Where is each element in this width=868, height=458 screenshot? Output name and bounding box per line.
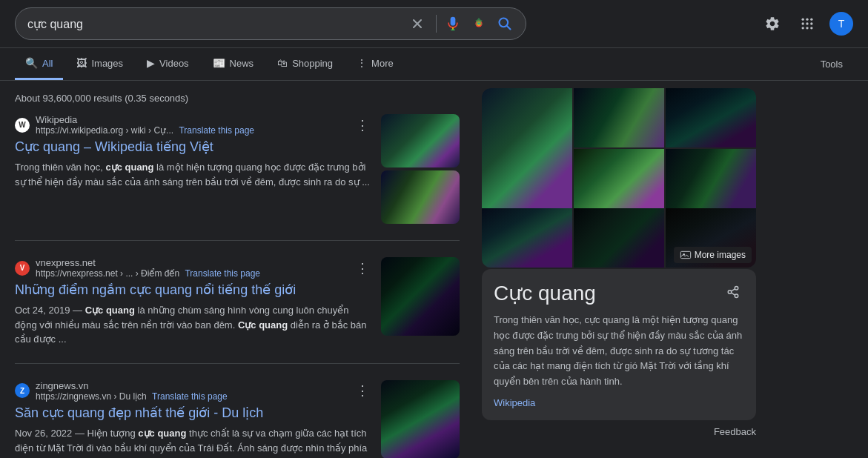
right-panel: More images Cực quang Trong thiên văn [482, 88, 756, 458]
header: cực quang [0, 0, 868, 48]
zing-url: https://zingnews.vn › Du lịch Translate … [36, 391, 228, 402]
kp-title-row: Cực quang [494, 281, 744, 305]
tab-images[interactable]: 🖼 Images [66, 48, 133, 80]
vne-snippet: Oct 24, 2019 — Cực quang là những chùm s… [15, 303, 372, 347]
svg-point-18 [728, 291, 732, 294]
search-button[interactable] [496, 15, 514, 33]
feedback-label[interactable]: Feedback [482, 420, 756, 443]
tab-shopping-label: Shopping [292, 58, 333, 69]
zing-site-name: zingnews.vn [36, 380, 228, 391]
kp-description: Trong thiên văn học, cực quang là một hi… [494, 313, 744, 390]
svg-point-19 [735, 294, 738, 298]
tab-videos-label: Videos [159, 58, 189, 69]
wiki-url-text: https://vi.wikipedia.org › wiki › Cự... [36, 125, 173, 136]
vne-url: https://vnexpress.net › ... › Điểm đến T… [36, 268, 260, 279]
wiki-url: https://vi.wikipedia.org › wiki › Cự... … [36, 125, 254, 136]
svg-point-13 [806, 27, 808, 29]
search-input[interactable]: cực quang [27, 17, 399, 30]
result-more-zing[interactable]: ⋮ [353, 382, 372, 399]
thumb-image-wiki-2 [381, 170, 460, 224]
wiki-translate[interactable]: Translate this page [179, 125, 254, 136]
lens-button[interactable] [469, 14, 488, 33]
tab-images-label: Images [91, 58, 123, 69]
more-images-icon [680, 249, 692, 261]
aurora-grid-img-4 [574, 149, 664, 208]
tab-news[interactable]: 📰 News [202, 48, 265, 80]
svg-point-8 [810, 19, 812, 21]
result-text-wiki: W Wikipedia https://vi.wikipedia.org › w… [15, 114, 372, 224]
result-card-zing: Z zingnews.vn https://zingnews.vn › Du l… [15, 380, 460, 458]
result-site-zing: zingnews.vn https://zingnews.vn › Du lịc… [36, 380, 228, 402]
more-icon: ⋮ [357, 57, 367, 69]
apps-button[interactable] [795, 12, 819, 36]
result-more-vne[interactable]: ⋮ [353, 260, 372, 276]
tab-tools-label: Tools [821, 59, 843, 70]
vne-translate[interactable]: Translate this page [185, 268, 260, 279]
aurora-grid-img-3 [666, 88, 756, 147]
svg-point-14 [810, 27, 812, 29]
zing-url-text: https://zingnews.vn › Du lịch [36, 391, 147, 402]
tab-more-label: More [371, 58, 394, 69]
result-favicon-zing: Z [15, 383, 30, 398]
all-icon: 🔍 [25, 57, 38, 69]
clear-button[interactable] [406, 16, 428, 32]
settings-button[interactable] [760, 11, 785, 36]
wiki-title[interactable]: Cực quang – Wikipedia tiếng Việt [15, 139, 372, 156]
aurora-grid-img-6 [482, 208, 572, 268]
aurora-grid-img-5 [666, 149, 756, 208]
zing-title[interactable]: Săn cực quang đẹp nhất thế giới - Du lịc… [15, 405, 372, 422]
result-text-vne: V vnexpress.net https://vnexpress.net › … [15, 257, 372, 347]
tab-videos[interactable]: ▶ Videos [136, 48, 199, 80]
svg-point-7 [806, 19, 808, 21]
aurora-grid-img-1 [482, 88, 572, 208]
svg-point-17 [735, 287, 738, 291]
kp-title: Cực quang [494, 281, 596, 305]
vne-url-text: https://vnexpress.net › ... › Điểm đến [36, 268, 179, 279]
images-icon: 🖼 [76, 57, 87, 69]
zing-translate[interactable]: Translate this page [152, 391, 228, 402]
result-source-wiki: W Wikipedia https://vi.wikipedia.org › w… [15, 114, 372, 136]
aurora-grid-img-2 [574, 88, 664, 147]
results-count: About 93,600,000 results (0.35 seconds) [15, 88, 460, 114]
tab-news-label: News [230, 58, 254, 69]
videos-icon: ▶ [147, 57, 155, 69]
vne-title[interactable]: Những điểm ngắm cực quang nổi tiếng thế … [15, 282, 372, 299]
user-avatar[interactable]: T [829, 12, 853, 36]
aurora-image-grid [482, 88, 756, 208]
more-images-badge[interactable]: More images [674, 247, 752, 263]
result-thumbnail-zing [381, 380, 460, 458]
kp-share-button[interactable] [722, 281, 744, 305]
svg-point-9 [802, 22, 804, 24]
svg-point-12 [802, 27, 804, 29]
knowledge-panel: Cực quang Trong thiên văn học, cực quang… [482, 269, 756, 420]
zing-snippet: Nov 26, 2022 — Hiện tượng cực quang thực… [15, 426, 372, 458]
result-thumbnail-vne [381, 257, 460, 347]
tab-tools[interactable]: Tools [810, 50, 853, 79]
mic-button[interactable] [444, 15, 462, 33]
wiki-site-name: Wikipedia [36, 114, 254, 125]
thumb-image-wiki-1 [381, 114, 460, 167]
vne-site-name: vnexpress.net [36, 257, 260, 268]
result-source-vne: V vnexpress.net https://vnexpress.net › … [15, 257, 372, 279]
tab-all[interactable]: 🔍 All [15, 48, 63, 80]
news-icon: 📰 [213, 57, 225, 69]
search-divider [436, 15, 437, 33]
result-site-vne: vnexpress.net https://vnexpress.net › ..… [36, 257, 260, 279]
tab-all-label: All [42, 58, 53, 69]
share-icon [726, 285, 740, 299]
aurora-grid-img-7 [574, 208, 664, 268]
search-bar: cực quang [15, 7, 526, 40]
shopping-icon: 🛍 [277, 57, 288, 69]
kp-source[interactable]: Wikipedia [494, 397, 744, 408]
result-favicon-wiki: W [15, 118, 30, 133]
result-text-zing: Z zingnews.vn https://zingnews.vn › Du l… [15, 380, 372, 458]
result-card-vne: V vnexpress.net https://vnexpress.net › … [15, 257, 460, 364]
result-more-wiki[interactable]: ⋮ [353, 117, 372, 133]
svg-point-10 [806, 22, 808, 24]
tab-shopping[interactable]: 🛍 Shopping [267, 48, 343, 80]
left-column: About 93,600,000 results (0.35 seconds) … [15, 88, 460, 458]
tab-more[interactable]: ⋮ More [346, 48, 404, 80]
main-content: About 93,600,000 results (0.35 seconds) … [0, 81, 868, 458]
wiki-snippet: Trong thiên văn học, cực quang là một hi… [15, 160, 372, 189]
result-site-wiki: Wikipedia https://vi.wikipedia.org › wik… [36, 114, 254, 136]
